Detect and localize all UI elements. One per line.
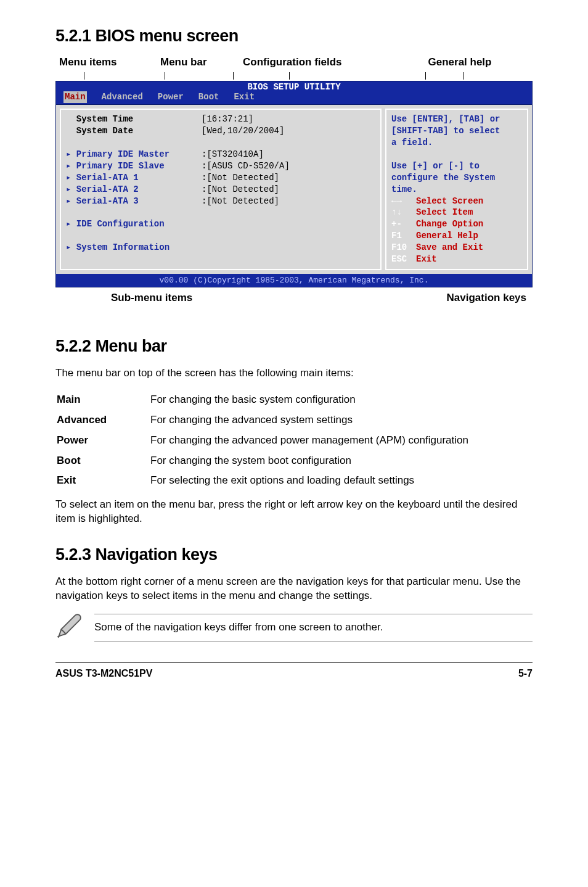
bios-nav-keys: ←→Select Screen↑↓Select Item+-Change Opt… bbox=[391, 196, 522, 265]
nav-key-row: F1General Help bbox=[391, 230, 522, 242]
def-desc: For changing the basic system configurat… bbox=[150, 390, 531, 410]
nav-key-row: F10Save and Exit bbox=[391, 242, 522, 254]
menubar-definitions: MainFor changing the basic system config… bbox=[55, 389, 533, 492]
def-desc: For changing the advanced power manageme… bbox=[150, 431, 531, 450]
footer-page: 5-7 bbox=[518, 667, 533, 680]
nav-key: F10 bbox=[391, 242, 416, 254]
def-term: Power bbox=[57, 431, 149, 450]
bios-row[interactable]: ▸ Serial-ATA 1:[Not Detected] bbox=[66, 172, 375, 184]
nav-desc: Select Screen bbox=[416, 196, 522, 207]
note-block: Some of the navigation keys differ from … bbox=[55, 612, 533, 644]
nav-key-row: ←→Select Screen bbox=[391, 196, 522, 207]
def-term: Advanced bbox=[57, 411, 149, 430]
def-row: PowerFor changing the advanced power man… bbox=[57, 431, 531, 450]
bios-row-label: System Date bbox=[66, 125, 202, 137]
def-row: BootFor changing the system boot configu… bbox=[57, 452, 531, 471]
def-row: ExitFor selecting the exit options and l… bbox=[57, 471, 531, 490]
bios-tab-boot[interactable]: Boot bbox=[198, 91, 219, 103]
bios-row[interactable]: ▸ Serial-ATA 2:[Not Detected] bbox=[66, 184, 375, 196]
bios-row bbox=[66, 207, 375, 218]
bios-tab-power[interactable]: Power bbox=[158, 91, 184, 103]
bios-row: System Date[Wed,10/20/2004] bbox=[66, 125, 375, 137]
def-row: AdvancedFor changing the advanced system… bbox=[57, 411, 531, 430]
callouts-top: Menu items Menu bar Configuration fields… bbox=[55, 56, 533, 70]
def-desc: For changing the advanced system setting… bbox=[150, 411, 531, 430]
callout-config-fields: Configuration fields bbox=[243, 56, 372, 70]
bios-row-label: ▸ Primary IDE Master bbox=[66, 149, 202, 160]
callout-menu-items: Menu items bbox=[59, 56, 145, 70]
def-desc: For selecting the exit options and loadi… bbox=[150, 471, 531, 490]
bios-row-label: System Time bbox=[66, 113, 202, 125]
nav-desc: Save and Exit bbox=[416, 242, 522, 254]
section-title-521: 5.2.1 BIOS menu screen bbox=[55, 25, 533, 47]
bios-right-panel: Use [ENTER], [TAB] or [SHIFT-TAB] to sel… bbox=[385, 109, 528, 270]
bios-row-label: ▸ Primary IDE Slave bbox=[66, 160, 202, 172]
pencil-icon bbox=[55, 612, 83, 644]
navkeys-body: At the bottom right corner of a menu scr… bbox=[55, 575, 533, 603]
callouts-bottom: Sub-menu items Navigation keys bbox=[55, 291, 533, 305]
bios-row-value: :[Not Detected] bbox=[202, 172, 279, 184]
bios-row[interactable]: ▸ Primary IDE Master:[ST320410A] bbox=[66, 149, 375, 160]
bios-row bbox=[66, 137, 375, 149]
bios-row-label: ▸ Serial-ATA 2 bbox=[66, 184, 202, 196]
bios-menubar: BIOS SETUP UTILITY Main Advanced Power B… bbox=[56, 81, 532, 104]
callout-general-help: General help bbox=[387, 56, 533, 70]
bios-row-value: :[ST320410A] bbox=[202, 149, 264, 160]
nav-key-row: +-Change Option bbox=[391, 218, 522, 230]
menubar-intro: The menu bar on top of the screen has th… bbox=[55, 366, 533, 381]
nav-key: ←→ bbox=[391, 196, 416, 207]
bios-row[interactable]: ▸ System Information bbox=[66, 242, 375, 254]
bios-help-text: Use [ENTER], [TAB] or [SHIFT-TAB] to sel… bbox=[391, 113, 522, 195]
nav-desc: Select Item bbox=[416, 207, 522, 218]
callout-menu-bar: Menu bar bbox=[160, 56, 228, 70]
bios-row-label: ▸ Serial-ATA 1 bbox=[66, 172, 202, 184]
nav-key-row: ESCExit bbox=[391, 254, 522, 265]
bios-tab-exit[interactable]: Exit bbox=[234, 91, 255, 103]
bios-row-label: ▸ Serial-ATA 3 bbox=[66, 196, 202, 207]
bios-row: System Time[16:37:21] bbox=[66, 113, 375, 125]
bios-tab-main[interactable]: Main bbox=[63, 91, 87, 103]
def-row: MainFor changing the basic system config… bbox=[57, 390, 531, 410]
section-title-523: 5.2.3 Navigation keys bbox=[55, 543, 533, 566]
bios-screenshot: BIOS SETUP UTILITY Main Advanced Power B… bbox=[55, 81, 533, 287]
nav-desc: Change Option bbox=[416, 218, 522, 230]
def-term: Boot bbox=[57, 452, 149, 471]
bios-row-value: :[ASUS CD-S520/A] bbox=[202, 160, 290, 172]
bios-row-value: :[Not Detected] bbox=[202, 184, 279, 196]
bios-row[interactable]: ▸ IDE Configuration bbox=[66, 218, 375, 230]
bios-row-value: :[Not Detected] bbox=[202, 196, 279, 207]
section-title-522: 5.2.2 Menu bar bbox=[55, 335, 533, 357]
bios-row[interactable]: ▸ Serial-ATA 3:[Not Detected] bbox=[66, 196, 375, 207]
nav-key: F1 bbox=[391, 230, 416, 242]
nav-key-row: ↑↓Select Item bbox=[391, 207, 522, 218]
def-desc: For changing the system boot configurati… bbox=[150, 452, 531, 471]
bios-row[interactable]: ▸ Primary IDE Slave:[ASUS CD-S520/A] bbox=[66, 160, 375, 172]
bios-row-value: [16:37:21] bbox=[202, 113, 253, 125]
def-term: Exit bbox=[57, 471, 149, 490]
footer-model: ASUS T3-M2NC51PV bbox=[55, 667, 152, 680]
bios-tab-advanced[interactable]: Advanced bbox=[102, 91, 143, 103]
bios-left-panel: System Time[16:37:21] System Date[Wed,10… bbox=[60, 109, 382, 270]
bios-row-value: [Wed,10/20/2004] bbox=[202, 125, 284, 137]
nav-desc: General Help bbox=[416, 230, 522, 242]
nav-key: ↑↓ bbox=[391, 207, 416, 218]
bios-copyright: v00.00 (C)Copyright 1985-2003, American … bbox=[56, 274, 532, 287]
note-text: Some of the navigation keys differ from … bbox=[94, 614, 533, 642]
nav-key: +- bbox=[391, 218, 416, 230]
bios-row-label: ▸ IDE Configuration bbox=[66, 218, 202, 230]
nav-key: ESC bbox=[391, 254, 416, 265]
callout-submenu-items: Sub-menu items bbox=[111, 291, 192, 305]
nav-desc: Exit bbox=[416, 254, 522, 265]
bios-row-label: ▸ System Information bbox=[66, 242, 202, 254]
bios-row bbox=[66, 230, 375, 242]
def-term: Main bbox=[57, 390, 149, 410]
page-footer: ASUS T3-M2NC51PV 5-7 bbox=[55, 662, 533, 680]
menubar-outro: To select an item on the menu bar, press… bbox=[55, 498, 533, 526]
callout-navigation-keys: Navigation keys bbox=[447, 291, 526, 305]
